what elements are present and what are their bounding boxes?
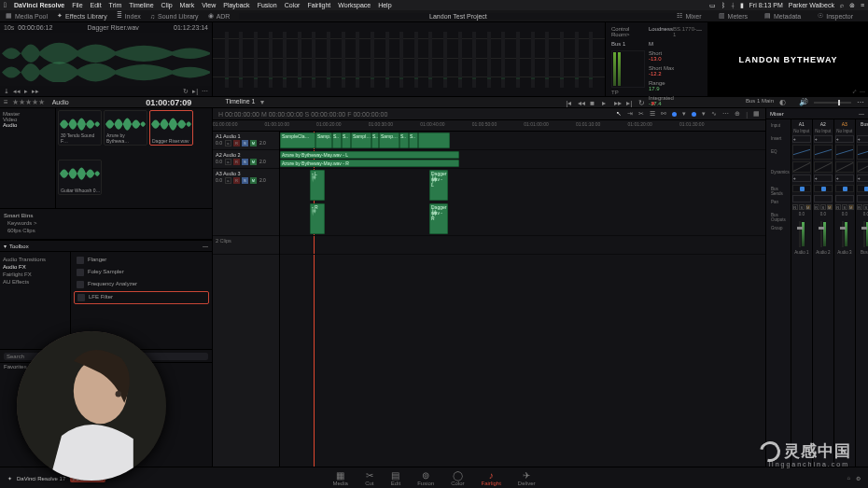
channel-input[interactable]: No Input [836, 129, 852, 133]
bluetooth-icon[interactable]: ᛒ [721, 2, 725, 8]
audio-clip[interactable]: - R [310, 203, 325, 234]
fx-tree[interactable]: Audio TransitionsAudio FXFairlight FXAU … [0, 252, 71, 349]
toolbar-effectslib[interactable]: ✦Effects Library [57, 12, 107, 20]
bus-send-slot[interactable]: + [792, 174, 811, 182]
bus-output-slot[interactable] [814, 195, 833, 202]
marker-blue-chevron-icon[interactable]: ▾ [702, 110, 706, 118]
tl-go-end-icon[interactable]: ▸| [626, 99, 633, 105]
viewer-expand-icon[interactable]: ⤢ [852, 88, 857, 94]
menu-timeline[interactable]: Timeline [129, 2, 153, 8]
track-lane[interactable]: SampleCla…Samp…S..S..Sampl…S..Samp…S..S.… [280, 132, 765, 150]
fx-item[interactable]: Frequency Analyzer [74, 279, 209, 290]
bin-tree[interactable]: Master Video Audio [0, 108, 56, 208]
mute-button[interactable]: M [250, 177, 257, 184]
ch-rec-button[interactable]: R [792, 204, 798, 210]
menu-fairlight[interactable]: Fairlight [307, 2, 330, 8]
media-clip[interactable]: Dagger Riser.wav [149, 110, 193, 146]
insert-slot[interactable]: + [835, 135, 854, 143]
menu-playback[interactable]: Playback [223, 2, 249, 8]
menu-workspace[interactable]: Workspace [338, 2, 371, 8]
ch-solo-button[interactable]: S [863, 204, 868, 210]
audio-clip[interactable] [418, 132, 450, 148]
menu-mark[interactable]: Mark [180, 2, 195, 8]
pan-control[interactable] [835, 185, 854, 192]
fx-item[interactable]: LFE Filter [74, 291, 209, 304]
mixer-menu-icon[interactable]: ⋯ [859, 110, 864, 117]
fader[interactable] [799, 221, 801, 247]
src-opts-icon[interactable]: ⋯ [202, 88, 208, 95]
audio-clip[interactable]: Sampl… [351, 132, 371, 148]
mute-button[interactable]: M [250, 140, 257, 146]
layout-icon[interactable]: ▦ [753, 110, 760, 118]
channel-input[interactable]: No Input [793, 129, 809, 133]
solo-button[interactable]: S [242, 140, 248, 146]
timeline-tab[interactable]: Timeline 1 [225, 98, 255, 107]
fader[interactable] [820, 221, 822, 247]
bin-audio[interactable]: Audio [3, 122, 52, 128]
page-tab-cut[interactable]: ✂Cut [365, 470, 374, 486]
ch-mute-button[interactable]: M [827, 204, 833, 210]
spotlight-icon[interactable]: ⌕ [840, 2, 844, 8]
audio-clip[interactable]: Samp… [379, 132, 399, 148]
monitor-volume-slider[interactable] [814, 102, 851, 104]
record-button[interactable]: R [233, 159, 240, 165]
apple-logo-icon[interactable]:  [4, 1, 7, 9]
snap-icon[interactable]: ☰ [650, 110, 655, 118]
channel-input[interactable] [865, 129, 866, 133]
toolbar-metadata[interactable]: ▤Metadata [764, 12, 801, 20]
wifi-icon[interactable]: ⟊ [731, 2, 735, 8]
record-button[interactable]: R [233, 140, 240, 146]
audio-clip[interactable]: Azure by Bytheway-May.wav - R [280, 160, 459, 167]
dynamics-graph[interactable] [835, 161, 854, 173]
ch-mute-button[interactable]: M [848, 204, 854, 210]
track-lane[interactable]: Azure by Bytheway-May.wav - LAzure by By… [280, 150, 765, 169]
arm-button[interactable]: a [225, 140, 231, 146]
fader[interactable] [863, 221, 865, 247]
menu-view[interactable]: View [202, 2, 216, 8]
mute-button[interactable]: M [250, 159, 257, 165]
chevron-down-icon[interactable]: ▾ [4, 243, 7, 249]
fx-item[interactable]: Foley Sampler [74, 267, 209, 278]
page-tab-color[interactable]: ◯Color [451, 470, 464, 486]
tl-go-start-icon[interactable]: |◂ [566, 99, 572, 105]
toolbar-adr[interactable]: ◉ADR [208, 12, 231, 20]
eq-curve[interactable] [814, 145, 833, 160]
mixer-opts-icon[interactable]: ⋯ [857, 98, 864, 106]
src-next-icon[interactable]: ▸▸ [32, 88, 39, 95]
eq-curve[interactable] [857, 145, 868, 160]
dynamics-graph[interactable] [814, 161, 833, 173]
eq-curve[interactable] [835, 145, 854, 160]
bus-output-slot[interactable] [792, 195, 811, 202]
viewer-opts-icon[interactable]: ⋯ [860, 88, 865, 94]
bus-output-slot[interactable] [857, 195, 868, 202]
solo-button[interactable]: S [242, 159, 248, 165]
bus-send-slot[interactable]: + [835, 174, 854, 182]
fx-opts-icon[interactable]: ⋯ [203, 243, 208, 249]
media-clip[interactable]: Guitar Whoosh 0… [58, 160, 102, 195]
insert-slot[interactable]: + [857, 135, 868, 143]
track-header[interactable]: A2 Audio 20.0aRSM2.0 [213, 150, 279, 169]
clock[interactable]: Fri 8:13 PM [749, 2, 783, 8]
src-play-icon[interactable]: ▸ [24, 88, 28, 95]
user-name[interactable]: Parker Walbeck [789, 2, 834, 8]
tl-stop-icon[interactable]: ■ [590, 99, 596, 105]
tl-next-icon[interactable]: ▸▸ [614, 99, 621, 105]
ch-solo-button[interactable]: S [799, 204, 805, 210]
ch-rec-button[interactable]: R [814, 204, 819, 210]
track-lane[interactable]: - L- RDagger…wav - LDagger…wav - R [280, 169, 765, 236]
fx-category[interactable]: AU Effects [3, 279, 67, 285]
arm-button[interactable]: a [225, 159, 231, 165]
fx-category[interactable]: Fairlight FX [3, 272, 67, 277]
zoom-icon[interactable]: ⊕ [735, 110, 740, 118]
tl-loop-icon[interactable]: ↻ [638, 99, 645, 105]
dynamics-graph[interactable] [792, 161, 811, 173]
menu-help[interactable]: Help [378, 2, 391, 8]
menu-trim[interactable]: Trim [109, 2, 122, 8]
ch-solo-button[interactable]: S [820, 204, 826, 210]
fx-item[interactable]: Flanger [74, 255, 209, 266]
menu-file[interactable]: File [72, 2, 82, 8]
mixer-channel[interactable]: A3 No Input + + RSM 0.0 Audio 3 [833, 119, 855, 467]
filter-stars[interactable]: ★★★★★ [12, 98, 45, 106]
toolbar-soundlib[interactable]: ♫Sound Library [150, 13, 199, 20]
timeline-opts-icon[interactable]: ⋯ [722, 110, 729, 118]
